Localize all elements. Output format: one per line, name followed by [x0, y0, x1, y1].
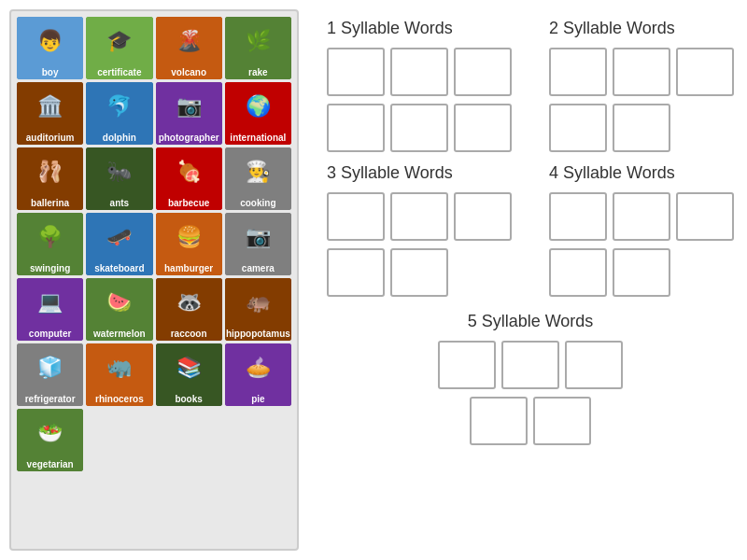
card-image-skateboard: 🛹: [86, 213, 152, 261]
card-image-certificate: 🎓: [86, 17, 152, 65]
card-image-hamburger: 🍔: [156, 213, 222, 261]
word-card-raccoon[interactable]: 🦝raccoon: [156, 278, 222, 341]
drop-box[interactable]: [327, 248, 385, 297]
card-image-international: 🌍: [225, 82, 291, 131]
drop-box[interactable]: [613, 248, 670, 297]
drop-row-1a: [327, 48, 512, 96]
card-image-dolphin: 🐬: [86, 82, 152, 131]
drop-box[interactable]: [533, 397, 591, 445]
word-card-vegetarian[interactable]: 🥗vegetarian: [17, 409, 83, 471]
drop-box[interactable]: [676, 192, 734, 241]
card-image-swinging: 🌳: [17, 213, 83, 261]
drop-box[interactable]: [549, 104, 607, 152]
word-card-hamburger[interactable]: 🍔hamburger: [156, 213, 222, 275]
drop-box[interactable]: [390, 192, 448, 241]
card-image-photographer: 📷: [156, 82, 222, 131]
card-label-barbecue: barbecue: [156, 196, 222, 210]
card-label-skateboard: skateboard: [86, 261, 152, 275]
drop-box[interactable]: [676, 48, 734, 96]
drop-row-5b: [470, 397, 591, 445]
word-card-refrigerator[interactable]: 🧊refrigerator: [17, 343, 83, 406]
card-image-vegetarian: 🥗: [17, 409, 83, 457]
drop-box[interactable]: [613, 104, 670, 152]
group-1-syllable: 1 Syllable Words: [327, 19, 512, 152]
word-card-rhinoceros[interactable]: 🦏rhinoceros: [86, 343, 152, 406]
word-card-barbecue[interactable]: 🍖barbecue: [156, 147, 222, 210]
word-card-computer[interactable]: 💻computer: [17, 278, 83, 341]
word-card-photographer[interactable]: 📷photographer: [156, 82, 222, 145]
card-label-auditorium: auditorium: [17, 131, 83, 145]
drop-row-4a: [549, 192, 734, 241]
word-card-rake[interactable]: 🌿rake: [225, 17, 291, 79]
word-card-dolphin[interactable]: 🐬dolphin: [86, 82, 152, 145]
drop-box[interactable]: [390, 248, 448, 297]
word-card-camera[interactable]: 📷camera: [225, 213, 291, 275]
drop-box[interactable]: [327, 48, 385, 96]
card-label-ants: ants: [86, 196, 152, 210]
word-card-boy[interactable]: 👦boy: [17, 17, 83, 79]
drop-box[interactable]: [454, 104, 512, 152]
drop-box[interactable]: [454, 192, 512, 241]
word-card-ants[interactable]: 🐜ants: [86, 147, 152, 210]
card-label-hippopotamus: hippopotamus: [225, 327, 291, 341]
word-card-watermelon[interactable]: 🍉watermelon: [86, 278, 152, 341]
title-3-syllable: 3 Syllable Words: [327, 163, 512, 183]
word-card-international[interactable]: 🌍international: [225, 82, 291, 145]
drop-box[interactable]: [390, 104, 448, 152]
card-label-watermelon: watermelon: [86, 327, 152, 341]
title-5-syllable: 5 Syllable Words: [468, 312, 594, 331]
card-label-computer: computer: [17, 327, 83, 341]
card-label-volcano: volcano: [156, 65, 222, 79]
card-label-hamburger: hamburger: [156, 261, 222, 275]
title-1-syllable: 1 Syllable Words: [327, 19, 512, 38]
drop-box[interactable]: [327, 192, 385, 241]
word-card-skateboard[interactable]: 🛹skateboard: [86, 213, 152, 275]
drop-box[interactable]: [438, 341, 496, 389]
word-card-volcano[interactable]: 🌋volcano: [156, 17, 222, 79]
word-card-ballerina[interactable]: 🩰ballerina: [17, 147, 83, 210]
drop-box[interactable]: [454, 48, 512, 96]
word-card-pie[interactable]: 🥧pie: [225, 343, 291, 406]
drop-zones-panel: 1 Syllable Words 2 Syllable Words: [308, 9, 743, 551]
word-cards-panel: 👦boy🎓certificate🌋volcano🌿rake🏛️auditoriu…: [9, 9, 299, 551]
drop-box[interactable]: [327, 104, 385, 152]
card-label-certificate: certificate: [86, 65, 152, 79]
card-image-refrigerator: 🧊: [17, 343, 83, 392]
card-image-ballerina: 🩰: [17, 147, 83, 196]
card-label-pie: pie: [225, 392, 291, 406]
card-label-raccoon: raccoon: [156, 327, 222, 341]
card-image-computer: 💻: [17, 278, 83, 327]
card-label-dolphin: dolphin: [86, 131, 152, 145]
card-image-cooking: 👨‍🍳: [225, 147, 291, 196]
card-label-photographer: photographer: [156, 131, 222, 145]
word-card-hippopotamus[interactable]: 🦛hippopotamus: [225, 278, 291, 341]
drop-box[interactable]: [501, 341, 559, 389]
drop-box[interactable]: [565, 341, 623, 389]
drop-row-3a: [327, 192, 512, 241]
drop-row-5a: [438, 341, 623, 389]
drop-box[interactable]: [549, 48, 607, 96]
word-card-auditorium[interactable]: 🏛️auditorium: [17, 82, 83, 145]
drop-box[interactable]: [390, 48, 448, 96]
drop-row-3b: [327, 248, 512, 297]
drop-box[interactable]: [613, 48, 670, 96]
drop-box[interactable]: [549, 192, 607, 241]
drop-box[interactable]: [549, 248, 607, 297]
word-card-swinging[interactable]: 🌳swinging: [17, 213, 83, 275]
card-image-watermelon: 🍉: [86, 278, 152, 327]
drop-box[interactable]: [613, 192, 670, 241]
group-5-syllable: 5 Syllable Words: [327, 312, 734, 445]
word-card-books[interactable]: 📚books: [156, 343, 222, 406]
drop-row-1b: [327, 104, 512, 152]
syllable-row-3-4: 3 Syllable Words 4 Syllable Words: [327, 163, 734, 297]
word-card-certificate[interactable]: 🎓certificate: [86, 17, 152, 79]
card-label-refrigerator: refrigerator: [17, 392, 83, 406]
drop-row-2a: [549, 48, 734, 96]
word-card-cooking[interactable]: 👨‍🍳cooking: [225, 147, 291, 210]
syllable-row-1-2: 1 Syllable Words 2 Syllable Words: [327, 19, 734, 152]
card-image-books: 📚: [156, 343, 222, 392]
drop-box[interactable]: [470, 397, 528, 445]
group-2-syllable: 2 Syllable Words: [549, 19, 734, 152]
card-label-books: books: [156, 392, 222, 406]
card-image-ants: 🐜: [86, 147, 152, 196]
